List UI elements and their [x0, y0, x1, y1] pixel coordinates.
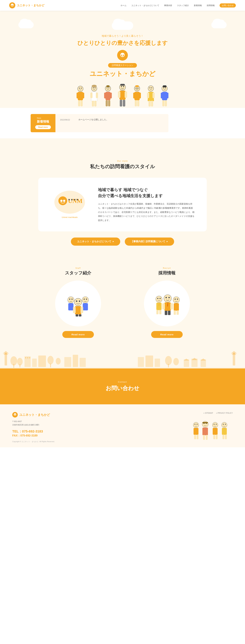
svg-rect-42 — [139, 92, 141, 98]
svg-point-36 — [121, 86, 122, 87]
svg-point-170 — [225, 424, 226, 425]
svg-point-97 — [165, 297, 167, 298]
nav-item-service[interactable]: 事業内容 — [164, 4, 172, 7]
footer-fax: FAX：075-692-3189 — [12, 434, 55, 438]
svg-rect-155 — [202, 428, 208, 435]
hero-badge: 訪問看護ステーション — [108, 63, 137, 68]
contact-en-label: Contact — [12, 381, 233, 383]
nav-item-home[interactable]: ホーム — [121, 4, 126, 7]
svg-point-71 — [77, 199, 78, 200]
service-button[interactable]: 【事業内容】訪問看護について — [125, 238, 174, 246]
cloud-left — [18, 22, 34, 28]
svg-point-167 — [221, 422, 227, 428]
svg-marker-143 — [231, 351, 237, 354]
svg-point-48 — [148, 86, 154, 91]
nav-item-contact[interactable]: お問い合わせ — [219, 4, 236, 7]
staff-en-label: Staff — [38, 267, 118, 269]
svg-marker-112 — [3, 351, 9, 354]
our-style-en-label: Our style — [12, 160, 233, 162]
svg-point-146 — [14, 414, 15, 415]
footer-left: ユニネット・まちかど 〒601-8437 京都市南区西九条比永城町13番5 TE… — [12, 412, 55, 442]
logo-icon — [9, 2, 15, 8]
city-skyline — [0, 350, 245, 368]
staff-readmore-button[interactable]: Read more — [62, 331, 94, 338]
svg-point-84 — [76, 300, 77, 302]
svg-rect-16 — [96, 92, 98, 98]
svg-rect-60 — [165, 100, 167, 106]
privacy-link[interactable]: » PRIVACY POLICY — [216, 412, 233, 414]
svg-point-98 — [168, 297, 170, 298]
navbar-logo[interactable]: ユニネット・まちかど — [9, 2, 44, 8]
svg-point-134 — [173, 358, 179, 365]
svg-rect-119 — [38, 356, 46, 367]
nav-item-news[interactable]: 新着情報 — [194, 4, 202, 7]
svg-point-29 — [108, 88, 109, 88]
svg-point-20 — [95, 88, 96, 88]
news-label-box: News 新着情報 Read more — [31, 114, 55, 132]
svg-point-74 — [69, 298, 70, 300]
svg-rect-129 — [138, 357, 144, 367]
svg-rect-26 — [106, 100, 108, 106]
svg-rect-93 — [159, 310, 161, 314]
svg-point-3 — [120, 53, 125, 57]
news-text: ホームページを公開しました。 — [78, 118, 108, 121]
svg-point-19 — [93, 88, 94, 88]
svg-rect-11 — [81, 100, 83, 106]
svg-point-95 — [164, 295, 171, 302]
svg-point-163 — [214, 424, 214, 425]
svg-rect-18 — [94, 101, 96, 106]
person-figure-5 — [130, 84, 144, 108]
svg-rect-77 — [83, 303, 88, 310]
svg-rect-52 — [151, 101, 153, 106]
svg-rect-51 — [149, 101, 151, 106]
svg-point-62 — [165, 88, 166, 88]
svg-point-90 — [157, 298, 158, 299]
our-style-ja-title: 私たちの訪問看護のスタイル — [12, 163, 233, 170]
svg-point-151 — [197, 424, 197, 425]
staff-illustration — [61, 290, 95, 317]
nav-item-staff[interactable]: スタッフ紹介 — [177, 4, 189, 7]
footer-logo-icon — [12, 412, 18, 418]
svg-rect-159 — [203, 435, 205, 440]
nav-item-recruit[interactable]: 採用情報 — [207, 4, 215, 7]
svg-rect-108 — [174, 310, 176, 315]
our-style-buttons: ユニネット・まちかどについて 【事業内容】訪問看護について — [12, 238, 233, 246]
svg-rect-160 — [206, 435, 208, 440]
hero-section: 地域で暮らそう！より良く暮らそう！ ひとりひとりの豊かさを応援します 訪問看護ス… — [0, 11, 245, 108]
svg-rect-59 — [162, 100, 164, 106]
recruit-readmore-button[interactable]: Read more — [151, 331, 183, 338]
svg-rect-152 — [194, 435, 196, 439]
svg-rect-171 — [222, 435, 224, 439]
svg-rect-172 — [225, 435, 227, 439]
staff-card: Staff スタッフ紹介 — [38, 267, 118, 338]
contact-ja-title: お問い合わせ — [12, 384, 233, 392]
svg-text:UNM: UNM — [68, 198, 83, 204]
footer-nav-links: » SITEMAP » PRIVACY POLICY — [203, 412, 233, 414]
our-style-section: Our style 私たちの訪問看護のスタイル UNM — [0, 148, 245, 258]
sitemap-link[interactable]: » SITEMAP — [203, 412, 213, 414]
svg-rect-109 — [176, 310, 179, 315]
svg-point-78 — [84, 298, 85, 300]
svg-rect-149 — [193, 428, 198, 435]
svg-point-13 — [81, 88, 82, 88]
hero-brand-name: ユニネット・まちかど — [3, 70, 242, 78]
svg-rect-120 — [25, 357, 26, 358]
news-ja-label: 新着情報 — [37, 120, 49, 124]
nav-item-about[interactable]: ユニネット・まちかどについて — [131, 4, 159, 7]
svg-point-125 — [56, 358, 61, 364]
svg-rect-122 — [29, 357, 30, 358]
about-button[interactable]: ユニネット・まちかどについて — [71, 238, 120, 246]
svg-rect-50 — [152, 92, 155, 98]
news-readmore-button[interactable]: Read more — [35, 125, 51, 129]
svg-rect-124 — [50, 364, 51, 367]
svg-rect-81 — [75, 306, 81, 314]
spacer-1 — [0, 138, 245, 148]
svg-rect-9 — [82, 92, 84, 98]
our-style-subtitle: 地域で暮らす 地域でつなぐ自分で選べる地域生活を支援します — [98, 187, 194, 199]
svg-point-0 — [11, 4, 14, 6]
svg-point-79 — [86, 298, 87, 300]
svg-rect-41 — [133, 92, 135, 98]
footer-logo: ユニネット・まちかど — [12, 412, 55, 418]
navbar: ユニネット・まちかど ホーム ユニネット・まちかどについて 事業内容 スタッフ紹… — [0, 0, 245, 11]
cloud-right — [211, 22, 227, 28]
